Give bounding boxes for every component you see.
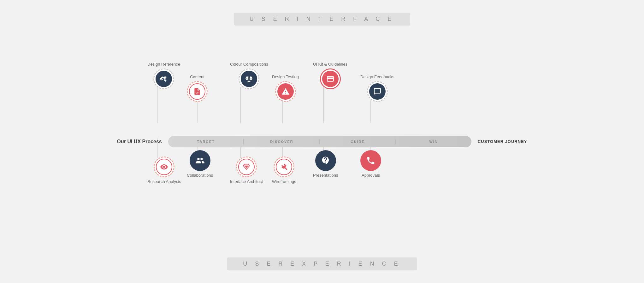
design-feedbacks-icon	[367, 81, 388, 102]
node-design-testing: Design Testing	[272, 74, 299, 102]
process-label-right: CUSTOMER JOURNEY	[478, 139, 527, 144]
footer-banner: U S E R E X P E R I E N C E	[227, 257, 417, 270]
node-content: Content	[187, 74, 208, 102]
stage-guide: GUIDE	[320, 140, 396, 144]
design-feedbacks-label: Design Feedbacks	[360, 74, 394, 79]
ui-kit-icon	[320, 68, 341, 89]
colour-compositions-icon	[239, 68, 259, 89]
design-reference-label: Design Reference	[147, 62, 180, 67]
approvals-icon	[360, 150, 381, 171]
wireframings-label: Wireframings	[272, 179, 296, 184]
node-approvals: Approvals	[360, 150, 381, 178]
presentations-icon	[315, 150, 336, 171]
content-label: Content	[190, 74, 204, 79]
stage-discover: DISCOVER	[244, 140, 320, 144]
node-collaborations: Collaborations	[187, 150, 213, 178]
process-label-left: Our UI UX Process	[117, 139, 162, 144]
node-research-analysis: Research Analysis	[147, 156, 181, 184]
approvals-label: Approvals	[362, 173, 380, 178]
presentations-label: Presentations	[313, 173, 338, 178]
research-analysis-label: Research Analysis	[147, 179, 181, 184]
diagram-area: Our UI UX Process TARGET DISCOVER GUIDE …	[0, 26, 644, 257]
node-design-feedbacks: Design Feedbacks	[360, 74, 394, 102]
interface-architect-label: Interface Architect	[230, 179, 263, 184]
node-interface-architect: Interface Architect	[230, 156, 263, 184]
content-icon	[187, 81, 208, 102]
node-design-reference: Design Reference	[147, 62, 180, 89]
wireframings-icon	[274, 156, 294, 177]
main-container: U S E R I N T E R F A C E	[0, 0, 644, 283]
design-testing-label: Design Testing	[272, 74, 299, 79]
stage-win: WIN	[396, 140, 471, 144]
process-bar: TARGET DISCOVER GUIDE WIN	[168, 136, 471, 147]
node-colour-compositions: Colour Compositions	[230, 62, 268, 89]
collaborations-label: Collaborations	[187, 173, 213, 178]
design-testing-icon	[275, 81, 296, 102]
research-analysis-icon	[154, 156, 174, 177]
ui-kit-label: UI Kit & Guidelines	[313, 62, 347, 67]
node-ui-kit: UI Kit & Guidelines	[313, 62, 347, 89]
node-wireframings: Wireframings	[272, 156, 296, 184]
process-bar-wrapper: Our UI UX Process TARGET DISCOVER GUIDE …	[117, 136, 527, 147]
collaborations-icon	[190, 150, 210, 171]
node-presentations: Presentations	[313, 150, 338, 178]
interface-architect-icon	[236, 156, 257, 177]
design-reference-icon	[153, 68, 174, 89]
stage-target: TARGET	[168, 140, 244, 144]
header-banner: U S E R I N T E R F A C E	[234, 13, 410, 26]
colour-compositions-label: Colour Compositions	[230, 62, 268, 67]
